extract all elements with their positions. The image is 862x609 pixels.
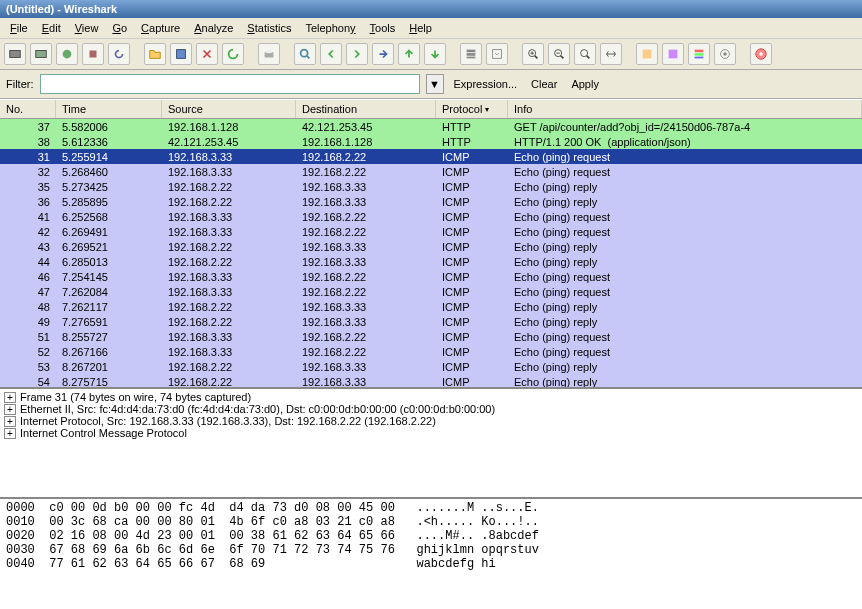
expand-icon[interactable]: + <box>4 416 16 427</box>
col-destination[interactable]: Destination <box>296 100 436 118</box>
zoom-in-icon[interactable] <box>522 43 544 65</box>
table-row[interactable]: 416.252568192.168.3.33192.168.2.22ICMPEc… <box>0 209 862 224</box>
col-no[interactable]: No. <box>0 100 56 118</box>
options-icon[interactable] <box>30 43 52 65</box>
table-row[interactable]: 548.275715192.168.2.22192.168.3.33ICMPEc… <box>0 374 862 387</box>
svg-point-27 <box>759 52 763 56</box>
back-icon[interactable] <box>320 43 342 65</box>
packet-details[interactable]: +Frame 31 (74 bytes on wire, 74 bytes ca… <box>0 387 862 497</box>
toolbar <box>0 39 862 70</box>
table-row[interactable]: 385.61233642.121.253.45192.168.1.128HTTP… <box>0 134 862 149</box>
svg-point-17 <box>581 50 588 57</box>
goto-last-icon[interactable] <box>424 43 446 65</box>
packet-list-header: No. Time Source Destination Protocol ▾ I… <box>0 99 862 119</box>
print-icon[interactable] <box>258 43 280 65</box>
svg-rect-12 <box>493 50 502 59</box>
packet-list[interactable]: 375.582006192.168.1.12842.121.253.45HTTP… <box>0 119 862 387</box>
stop-icon[interactable] <box>82 43 104 65</box>
svg-rect-23 <box>695 57 704 59</box>
col-time[interactable]: Time <box>56 100 162 118</box>
table-row[interactable]: 426.269491192.168.3.33192.168.2.22ICMPEc… <box>0 224 862 239</box>
table-row[interactable]: 487.262117192.168.2.22192.168.3.33ICMPEc… <box>0 299 862 314</box>
expand-icon[interactable]: + <box>4 428 16 439</box>
menu-edit[interactable]: Edit <box>36 20 67 36</box>
col-source[interactable]: Source <box>162 100 296 118</box>
menubar: File Edit View Go Capture Analyze Statis… <box>0 18 862 39</box>
table-row[interactable]: 436.269521192.168.2.22192.168.3.33ICMPEc… <box>0 239 862 254</box>
svg-line-16 <box>561 56 564 59</box>
svg-rect-22 <box>695 53 704 56</box>
sort-indicator-icon: ▾ <box>485 105 489 114</box>
zoom-reset-icon[interactable] <box>574 43 596 65</box>
detail-ip[interactable]: Internet Protocol, Src: 192.168.3.33 (19… <box>20 415 436 427</box>
table-row[interactable]: 375.582006192.168.1.12842.121.253.45HTTP… <box>0 119 862 134</box>
restart-icon[interactable] <box>108 43 130 65</box>
table-row[interactable]: 518.255727192.168.3.33192.168.2.22ICMPEc… <box>0 329 862 344</box>
table-row[interactable]: 467.254145192.168.3.33192.168.2.22ICMPEc… <box>0 269 862 284</box>
col-protocol[interactable]: Protocol ▾ <box>436 100 508 118</box>
apply-button[interactable]: Apply <box>567 78 603 90</box>
detail-ethernet[interactable]: Ethernet II, Src: fc:4d:d4:da:73:d0 (fc:… <box>20 403 495 415</box>
window-title: (Untitled) - Wireshark <box>6 3 117 15</box>
forward-icon[interactable] <box>346 43 368 65</box>
table-row[interactable]: 365.285895192.168.2.22192.168.3.33ICMPEc… <box>0 194 862 209</box>
start-icon[interactable] <box>56 43 78 65</box>
menu-tools[interactable]: Tools <box>364 20 402 36</box>
clear-button[interactable]: Clear <box>527 78 561 90</box>
svg-rect-0 <box>10 51 21 58</box>
hex-pane[interactable]: 0000 c0 00 0d b0 00 00 fc 4d d4 da 73 d0… <box>0 497 862 609</box>
capture-filter-icon[interactable] <box>636 43 658 65</box>
autoscroll-icon[interactable] <box>486 43 508 65</box>
menu-telephony[interactable]: Telephony <box>299 20 361 36</box>
interfaces-icon[interactable] <box>4 43 26 65</box>
table-row[interactable]: 315.255914192.168.3.33192.168.2.22ICMPEc… <box>0 149 862 164</box>
goto-first-icon[interactable] <box>398 43 420 65</box>
menu-analyze[interactable]: Analyze <box>188 20 239 36</box>
menu-statistics[interactable]: Statistics <box>241 20 297 36</box>
svg-line-18 <box>587 56 590 59</box>
table-row[interactable]: 355.273425192.168.2.22192.168.3.33ICMPEc… <box>0 179 862 194</box>
zoom-out-icon[interactable] <box>548 43 570 65</box>
menu-view[interactable]: View <box>69 20 105 36</box>
svg-rect-21 <box>695 50 704 53</box>
detail-frame[interactable]: Frame 31 (74 bytes on wire, 74 bytes cap… <box>20 391 251 403</box>
table-row[interactable]: 528.267166192.168.3.33192.168.2.22ICMPEc… <box>0 344 862 359</box>
col-info[interactable]: Info <box>508 100 862 118</box>
menu-file[interactable]: File <box>4 20 34 36</box>
open-icon[interactable] <box>144 43 166 65</box>
reload-icon[interactable] <box>222 43 244 65</box>
table-row[interactable]: 477.262084192.168.3.33192.168.2.22ICMPEc… <box>0 284 862 299</box>
filter-label: Filter: <box>6 78 34 90</box>
svg-rect-3 <box>90 51 97 58</box>
menu-capture[interactable]: Capture <box>135 20 186 36</box>
close-icon[interactable] <box>196 43 218 65</box>
display-filter-icon[interactable] <box>662 43 684 65</box>
jump-icon[interactable] <box>372 43 394 65</box>
coloring-rules-icon[interactable] <box>688 43 710 65</box>
table-row[interactable]: 538.267201192.168.2.22192.168.3.33ICMPEc… <box>0 359 862 374</box>
menu-go[interactable]: Go <box>106 20 133 36</box>
svg-point-2 <box>63 50 72 59</box>
save-icon[interactable] <box>170 43 192 65</box>
svg-point-25 <box>723 52 727 56</box>
filter-dropdown-icon[interactable]: ▼ <box>426 74 444 94</box>
svg-rect-1 <box>36 51 47 58</box>
filter-input[interactable] <box>40 74 420 94</box>
colorize-icon[interactable] <box>460 43 482 65</box>
svg-rect-9 <box>467 50 476 53</box>
table-row[interactable]: 325.268460192.168.3.33192.168.2.22ICMPEc… <box>0 164 862 179</box>
expression-button[interactable]: Expression... <box>450 78 522 90</box>
menu-help[interactable]: Help <box>403 20 438 36</box>
find-icon[interactable] <box>294 43 316 65</box>
table-row[interactable]: 497.276591192.168.2.22192.168.3.33ICMPEc… <box>0 314 862 329</box>
expand-icon[interactable]: + <box>4 392 16 403</box>
prefs-icon[interactable] <box>714 43 736 65</box>
table-row[interactable]: 446.285013192.168.2.22192.168.3.33ICMPEc… <box>0 254 862 269</box>
expand-icon[interactable]: + <box>4 404 16 415</box>
svg-rect-11 <box>467 57 476 59</box>
help-icon[interactable] <box>750 43 772 65</box>
detail-icmp[interactable]: Internet Control Message Protocol <box>20 427 187 439</box>
svg-rect-20 <box>669 50 678 59</box>
resize-cols-icon[interactable] <box>600 43 622 65</box>
svg-line-8 <box>307 56 310 59</box>
